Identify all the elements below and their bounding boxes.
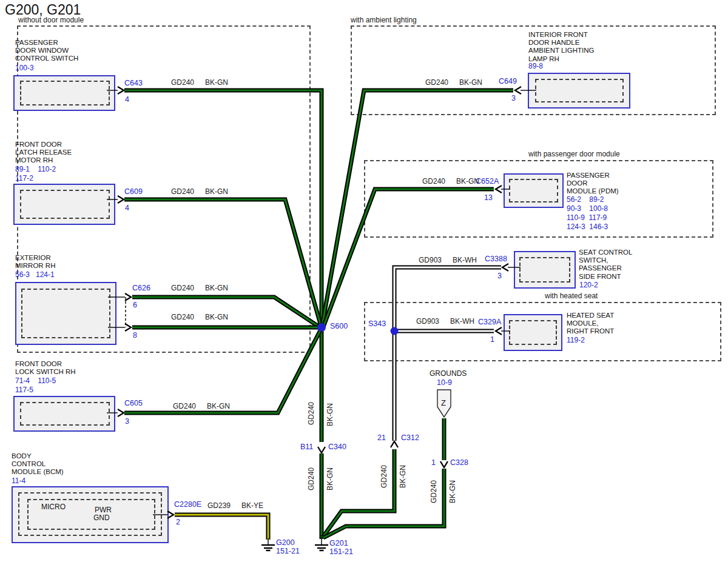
- wire-label-heated-seat: GD903BK-WH: [416, 317, 474, 326]
- region-label-with-ambient-lighting: with ambient lighting: [351, 16, 417, 24]
- color-c609: BK-GN: [205, 187, 228, 196]
- color-c643: BK-GN: [205, 78, 228, 87]
- wire-label-seat-switch: GD903BK-WH: [419, 256, 477, 264]
- pin-c312: 21: [377, 433, 386, 442]
- connector-c609: C609: [124, 187, 143, 196]
- circuit-pdm: GD240: [422, 177, 445, 186]
- refs-lock-switch: 71-4 110-5 117-5: [15, 376, 56, 395]
- arrow-c649-icon: [515, 87, 521, 94]
- ground-g201-ref: 151-21: [329, 547, 353, 556]
- pin-c328: 1: [431, 458, 436, 467]
- refs-passenger-door-window-switch: 100-3: [15, 64, 34, 73]
- color-heated-seat: BK-WH: [450, 317, 474, 326]
- vwire-circuit-c312-lower: GD240: [380, 465, 388, 488]
- label-bcm-gnd: GND: [93, 513, 110, 522]
- label-pdm: PASSENGER DOOR MODULE (PDM): [567, 172, 619, 196]
- wire-label-c605: GD240BK-GN: [173, 402, 230, 410]
- pin-c340: B11: [300, 443, 313, 451]
- pin-c643: 4: [125, 95, 129, 104]
- wire-label-ambient: GD240BK-GN: [425, 78, 482, 87]
- refs-exterior-mirror: 56-3 124-1: [15, 270, 55, 279]
- wire-layer: Z: [0, 0, 728, 562]
- arrow-c609-icon: [118, 196, 124, 203]
- wiring-diagram: G200, G201 without door module with ambi…: [0, 0, 728, 562]
- arrow-c312-icon: [391, 441, 398, 447]
- ground-symbol-g201: [315, 537, 328, 550]
- wire-label-c626-8: GD240BK-GN: [171, 313, 228, 321]
- label-bcm-pwr: PWR: [95, 506, 112, 514]
- region-label-with-heated-seat: with heated seat: [545, 292, 598, 300]
- label-lock-switch: FRONT DOOR LOCK SWITCH RH: [15, 360, 76, 376]
- circuit-seat-switch: GD903: [419, 256, 442, 264]
- refs-seat-switch: 120-2: [579, 281, 598, 290]
- pin-c605: 3: [125, 417, 129, 426]
- connector-c2280e: C2280E: [174, 500, 201, 509]
- wire-c605: [124, 329, 321, 413]
- label-exterior-mirror: EXTERIOR MIRROR RH: [15, 254, 55, 270]
- vwire-color-c312-lower: BK-GN: [399, 465, 407, 488]
- pin-c609: 4: [125, 204, 129, 212]
- region-label-without-door-module: without door module: [18, 16, 84, 24]
- splice-label-s600: S600: [330, 322, 348, 330]
- grounds-header-ref: 10-9: [437, 378, 452, 387]
- arrow-c340-icon: [318, 447, 325, 453]
- label-passenger-door-window-switch: PASSENGER DOOR WINDOW CONTROL SWITCH: [15, 39, 78, 63]
- connector-c340: C340: [328, 443, 346, 451]
- pin-c626-8: 8: [133, 331, 137, 340]
- grounds-header: GROUNDS: [430, 369, 467, 378]
- circuit-bcm: GD239: [207, 501, 231, 510]
- wire-seat-switch: [394, 267, 501, 441]
- wire-label-bcm: GD239BK-YE: [207, 501, 263, 510]
- circuit-ambient: GD240: [425, 78, 448, 87]
- refs-latch-release-motor: 89-1 110-2 117-2: [15, 165, 56, 183]
- splice-s343-dot: [391, 327, 399, 335]
- connector-c605: C605: [124, 399, 143, 407]
- color-c626-6: BK-GN: [205, 284, 228, 292]
- circuit-c643: GD240: [171, 78, 194, 87]
- circuit-c605: GD240: [173, 402, 196, 410]
- wire-bcm-ground: [175, 515, 268, 540]
- refs-heated-seat: 119-2: [567, 336, 585, 345]
- wire-label-pdm: GD240BK-GN: [422, 177, 479, 186]
- pin-c626-6: 6: [133, 301, 137, 309]
- circuit-heated-seat: GD903: [416, 317, 439, 326]
- label-heated-seat: HEATED SEAT MODULE, RIGHT FRONT: [567, 312, 614, 336]
- refs-bcm: 11-4: [12, 477, 25, 486]
- circuit-c626-6: GD240: [171, 284, 194, 292]
- connector-c3388: C3388: [485, 255, 507, 263]
- wire-label-c626-6: GD240BK-GN: [171, 284, 228, 292]
- label-bcm-micro: MICRO: [41, 503, 66, 511]
- arrow-c605-icon: [118, 409, 124, 416]
- connector-c649: C649: [499, 77, 517, 85]
- arrow-c643-icon: [118, 87, 124, 94]
- refs-ambient-lamp: 89-8: [528, 62, 543, 71]
- circuit-c626-8: GD240: [171, 313, 194, 321]
- pin-c649: 3: [511, 94, 516, 102]
- ground-symbol-g200: [261, 538, 275, 550]
- color-bcm: BK-YE: [241, 501, 263, 510]
- wire-ambient: [322, 90, 513, 326]
- splice-s600-dot: [317, 323, 326, 332]
- refs-pdm: 56-2 89-2 90-3 100-8 110-9 117-9 124-3 1…: [567, 195, 608, 232]
- pin-c329a: 1: [490, 335, 494, 344]
- color-c605: BK-GN: [207, 402, 230, 410]
- connector-c643: C643: [124, 79, 143, 87]
- ground-g201-label: G201: [329, 539, 348, 547]
- vwire-color-c328-lower: BK-GN: [448, 480, 457, 503]
- wire-c312-lower: [323, 449, 394, 537]
- arrow-c329a-icon: [496, 327, 502, 335]
- arrow-c328-icon: [440, 461, 448, 467]
- vwire-color-trunk-lower: BK-GN: [326, 467, 334, 490]
- color-ambient: BK-GN: [459, 78, 482, 87]
- vwire-circuit-trunk-lower: GD240: [307, 467, 315, 490]
- connector-c312: C312: [401, 433, 419, 442]
- vwire-color-trunk-upper: BK-GN: [326, 403, 334, 426]
- connector-c329a: C329A: [478, 318, 501, 326]
- pin-c652a: 13: [484, 193, 493, 202]
- arrow-c652a-icon: [496, 186, 502, 193]
- wire-label-c643: GD240BK-GN: [171, 78, 228, 87]
- connector-c626: C626: [132, 284, 150, 292]
- vwire-circuit-c328-lower: GD240: [430, 480, 438, 503]
- splice-label-s343: S343: [368, 319, 386, 328]
- vwire-circuit-trunk-upper: GD240: [307, 402, 315, 425]
